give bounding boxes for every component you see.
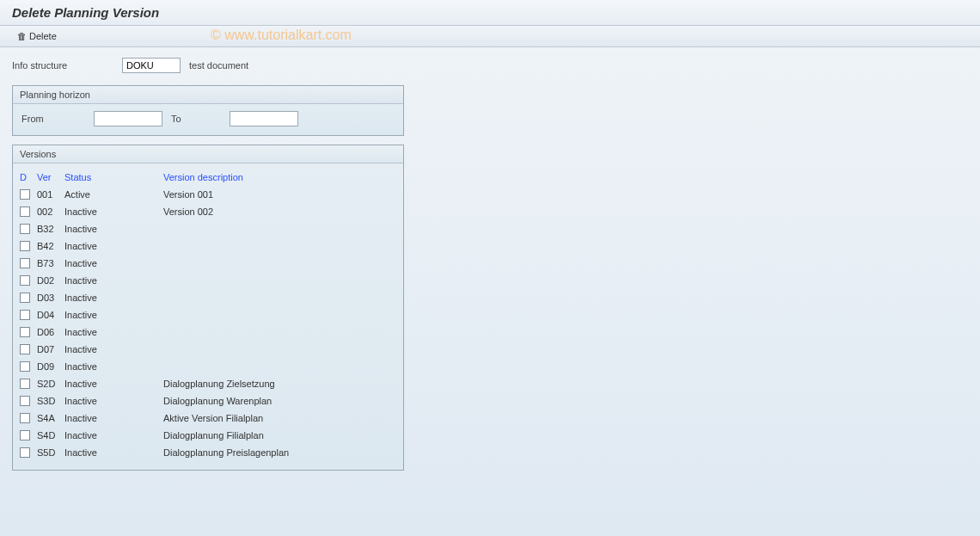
row-ver: S5D: [37, 447, 64, 458]
row-status: Inactive: [64, 241, 163, 251]
row-checkbox-cell: [20, 293, 37, 303]
versions-header-row: D Ver Status Version description: [20, 169, 396, 186]
row-checkbox-cell: [20, 430, 37, 441]
row-status: Active: [64, 189, 163, 200]
row-status: Inactive: [64, 310, 163, 320]
row-checkbox[interactable]: [20, 310, 30, 320]
trash-icon: 🗑: [17, 32, 27, 41]
row-checkbox[interactable]: [20, 293, 30, 303]
row-checkbox[interactable]: [20, 447, 30, 458]
row-ver: D07: [37, 344, 64, 354]
table-row: D07Inactive: [20, 341, 396, 358]
row-status: Inactive: [64, 430, 163, 441]
row-checkbox-cell: [20, 396, 37, 406]
table-row: 001ActiveVersion 001: [20, 186, 396, 203]
row-checkbox-cell: [20, 344, 37, 354]
row-checkbox[interactable]: [20, 224, 30, 234]
row-checkbox-cell: [20, 206, 37, 217]
row-ver: D03: [37, 293, 64, 303]
row-checkbox[interactable]: [20, 189, 30, 200]
row-checkbox[interactable]: [20, 275, 30, 286]
table-row: S4DInactiveDialogplanung Filialplan: [20, 427, 396, 444]
row-desc: Dialogplanung Preislagenplan: [163, 447, 396, 458]
row-checkbox-cell: [20, 224, 37, 234]
content: Info structure test document Planning ho…: [0, 47, 980, 481]
row-checkbox[interactable]: [20, 327, 30, 337]
toolbar: 🗑 Delete: [0, 26, 980, 47]
row-desc: Version 001: [163, 189, 396, 200]
row-desc: Version 002: [163, 206, 396, 217]
row-checkbox-cell: [20, 275, 37, 286]
row-ver: B32: [37, 224, 64, 234]
row-status: Inactive: [64, 293, 163, 303]
table-row: S4AInactiveAktive Version Filialplan: [20, 410, 396, 427]
row-ver: B42: [37, 241, 64, 251]
row-ver: B73: [37, 258, 64, 268]
delete-button-label: Delete: [29, 31, 57, 41]
col-desc: Version description: [163, 172, 396, 182]
header-bar: Delete Planning Version: [0, 0, 980, 26]
row-status: Inactive: [64, 327, 163, 337]
row-ver: S3D: [37, 396, 64, 406]
row-checkbox-cell: [20, 447, 37, 458]
row-status: Inactive: [64, 224, 163, 234]
row-ver: D04: [37, 310, 64, 320]
delete-button[interactable]: 🗑 Delete: [12, 29, 62, 43]
row-checkbox[interactable]: [20, 396, 30, 406]
info-structure-row: Info structure test document: [12, 58, 968, 73]
row-desc: Dialogplanung Zielsetzung: [163, 379, 396, 389]
info-structure-input[interactable]: [122, 58, 181, 73]
row-checkbox[interactable]: [20, 379, 30, 389]
table-row: D03Inactive: [20, 289, 396, 306]
row-checkbox[interactable]: [20, 361, 30, 372]
table-row: B32Inactive: [20, 220, 396, 237]
row-status: Inactive: [64, 344, 163, 354]
col-ver: Ver: [37, 172, 64, 182]
page-title: Delete Planning Version: [12, 5, 159, 20]
table-row: D04Inactive: [20, 306, 396, 323]
row-status: Inactive: [64, 413, 163, 423]
versions-title: Versions: [13, 145, 403, 163]
row-status: Inactive: [64, 258, 163, 268]
col-status: Status: [64, 172, 163, 182]
row-status: Inactive: [64, 396, 163, 406]
row-checkbox-cell: [20, 379, 37, 389]
info-structure-label: Info structure: [12, 60, 113, 71]
table-row: B73Inactive: [20, 255, 396, 272]
row-checkbox[interactable]: [20, 430, 30, 441]
row-ver: 001: [37, 189, 64, 200]
row-checkbox[interactable]: [20, 344, 30, 354]
row-desc: Dialogplanung Filialplan: [163, 430, 396, 441]
row-checkbox[interactable]: [20, 241, 30, 251]
table-row: D06Inactive: [20, 323, 396, 341]
to-label: To: [171, 114, 221, 124]
from-label: From: [21, 114, 85, 124]
versions-panel: Versions D Ver Status Version descriptio…: [12, 145, 404, 471]
to-input[interactable]: [230, 111, 298, 126]
table-row: D09Inactive: [20, 358, 396, 375]
row-ver: D02: [37, 275, 64, 286]
row-checkbox-cell: [20, 310, 37, 320]
planning-horizon-panel: Planning horizon From To: [12, 85, 404, 136]
table-row: B42Inactive: [20, 237, 396, 255]
row-checkbox[interactable]: [20, 206, 30, 217]
row-checkbox-cell: [20, 258, 37, 268]
row-checkbox[interactable]: [20, 258, 30, 268]
row-checkbox[interactable]: [20, 413, 30, 423]
row-status: Inactive: [64, 275, 163, 286]
row-checkbox-cell: [20, 361, 37, 372]
row-desc: Dialogplanung Warenplan: [163, 396, 396, 406]
row-checkbox-cell: [20, 189, 37, 200]
table-row: D02Inactive: [20, 272, 396, 289]
table-row: 002InactiveVersion 002: [20, 203, 396, 220]
from-input[interactable]: [94, 111, 162, 126]
table-row: S3DInactiveDialogplanung Warenplan: [20, 392, 396, 410]
row-status: Inactive: [64, 361, 163, 372]
row-status: Inactive: [64, 206, 163, 217]
row-ver: S2D: [37, 379, 64, 389]
col-d: D: [20, 172, 37, 182]
row-ver: S4D: [37, 430, 64, 441]
table-row: S2DInactiveDialogplanung Zielsetzung: [20, 375, 396, 392]
row-status: Inactive: [64, 379, 163, 389]
row-ver: D09: [37, 361, 64, 372]
